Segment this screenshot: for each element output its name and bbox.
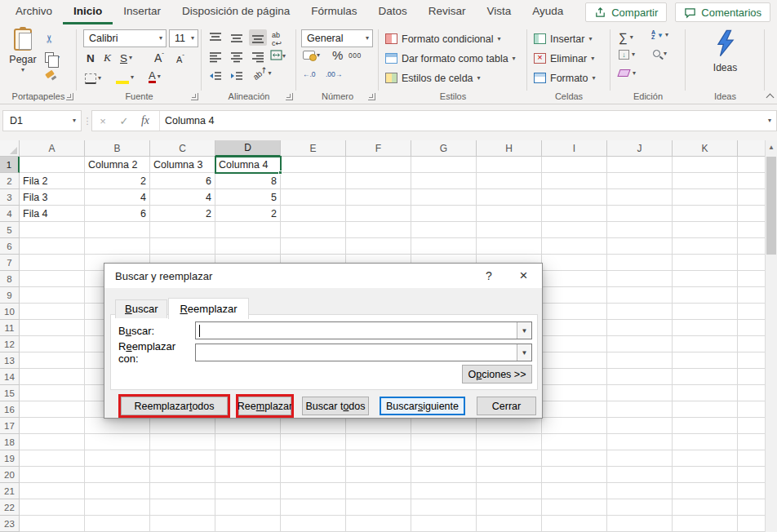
cell-F4[interactable] [346, 206, 411, 222]
cell-G2[interactable] [411, 173, 477, 189]
cell-H23[interactable] [477, 516, 542, 532]
font-color-button[interactable]: A▾ [149, 68, 161, 86]
cell-K21[interactable] [673, 483, 738, 499]
column-header-F[interactable]: F [346, 140, 411, 157]
cell-A2[interactable]: Fila 2 [20, 173, 85, 189]
cancel-entry-icon[interactable]: × [92, 115, 113, 127]
cell-C19[interactable] [150, 450, 215, 467]
cell-A6[interactable] [20, 238, 85, 255]
alignment-dialog-launcher[interactable] [286, 93, 293, 100]
grow-font-button[interactable]: Aˆ [154, 49, 164, 67]
bold-button[interactable]: N [87, 49, 95, 67]
sort-filter-button[interactable]: AZ ▼▾ [651, 30, 668, 40]
cell-G1[interactable] [411, 157, 477, 173]
cell-J7[interactable] [607, 255, 673, 271]
cell-J17[interactable] [607, 418, 673, 434]
cell-F20[interactable] [346, 467, 411, 483]
cut-button[interactable]: ✂ [45, 29, 73, 48]
cell-H18[interactable] [477, 434, 542, 450]
cell-G22[interactable] [411, 499, 477, 516]
cell-K11[interactable] [673, 320, 738, 336]
cell-A15[interactable] [20, 385, 85, 401]
cell-D1[interactable]: Columna 4 [215, 157, 281, 173]
cell-D18[interactable] [215, 434, 281, 450]
cell-J18[interactable] [607, 434, 673, 450]
cell-D20[interactable] [215, 467, 281, 483]
ideas-button[interactable]: Ideas [686, 29, 765, 73]
cell-A1[interactable] [20, 157, 85, 173]
cell-D19[interactable] [215, 450, 281, 467]
cell-J11[interactable] [607, 320, 673, 336]
cell-D21[interactable] [215, 483, 281, 499]
cell-G23[interactable] [411, 516, 477, 532]
cell-H19[interactable] [477, 450, 542, 467]
copy-button[interactable]: ▾ [45, 48, 73, 67]
row-header-10[interactable]: 10 [0, 304, 20, 320]
align-middle-button[interactable] [228, 29, 246, 46]
cell-J6[interactable] [607, 238, 673, 255]
cell-F2[interactable] [346, 173, 411, 189]
cell-K3[interactable] [673, 189, 738, 206]
cell-I20[interactable] [542, 467, 607, 483]
cell-B6[interactable] [85, 238, 150, 255]
cell-E17[interactable] [281, 418, 346, 434]
cell-H17[interactable] [477, 418, 542, 434]
cell-G4[interactable] [411, 206, 477, 222]
ribbon-tab-revisar[interactable]: Revisar [418, 0, 477, 24]
paste-button[interactable]: Pegar ▾ [5, 29, 41, 91]
row-header-7[interactable]: 7 [0, 255, 20, 271]
cell-H5[interactable] [477, 222, 542, 238]
cell-K17[interactable] [673, 418, 738, 434]
cell-K5[interactable] [673, 222, 738, 238]
row-header-20[interactable]: 20 [0, 467, 20, 483]
cell-E22[interactable] [281, 499, 346, 516]
vertical-scrollbar[interactable]: ▲ [765, 140, 777, 532]
cell-B4[interactable]: 6 [85, 206, 150, 222]
find-select-button[interactable]: ▾ [653, 50, 667, 57]
cell-K18[interactable] [673, 434, 738, 450]
cell-K23[interactable] [673, 516, 738, 532]
cell-B21[interactable] [85, 483, 150, 499]
row-header-23[interactable]: 23 [0, 516, 20, 532]
number-format-combo[interactable]: General▾ [301, 29, 373, 47]
cell-B22[interactable] [85, 499, 150, 516]
cell-I5[interactable] [542, 222, 607, 238]
italic-button[interactable]: K [104, 49, 111, 67]
cell-F6[interactable] [346, 238, 411, 255]
cell-C17[interactable] [150, 418, 215, 434]
cell-A14[interactable] [20, 369, 85, 385]
cell-K13[interactable] [673, 352, 738, 369]
cell-F1[interactable] [346, 157, 411, 173]
ribbon-tab-formulas[interactable]: Fórmulas [300, 0, 367, 24]
cell-I23[interactable] [542, 516, 607, 532]
replace-dropdown-button[interactable]: ▼ [517, 344, 531, 361]
cell-J8[interactable] [607, 271, 673, 287]
dialog-find-tab[interactable]: Buscar [115, 299, 167, 318]
cell-I17[interactable] [542, 418, 607, 434]
cell-C3[interactable]: 4 [150, 189, 215, 206]
align-left-button[interactable] [206, 49, 224, 65]
row-header-19[interactable]: 19 [0, 450, 20, 467]
borders-button[interactable]: ▾ [85, 69, 101, 87]
cell-G20[interactable] [411, 467, 477, 483]
row-header-1[interactable]: 1 [0, 157, 20, 173]
cell-A9[interactable] [20, 287, 85, 304]
cell-K7[interactable] [673, 255, 738, 271]
row-header-5[interactable]: 5 [0, 222, 20, 238]
cell-I19[interactable] [542, 450, 607, 467]
cell-C2[interactable]: 6 [150, 173, 215, 189]
comma-style-button[interactable]: 000 [349, 51, 362, 60]
cell-B5[interactable] [85, 222, 150, 238]
cell-I11[interactable] [542, 320, 607, 336]
cell-B17[interactable] [85, 418, 150, 434]
cell-I15[interactable] [542, 385, 607, 401]
row-header-22[interactable]: 22 [0, 499, 20, 516]
cell-J20[interactable] [607, 467, 673, 483]
row-header-18[interactable]: 18 [0, 434, 20, 450]
cell-G21[interactable] [411, 483, 477, 499]
cell-A5[interactable] [20, 222, 85, 238]
cell-K12[interactable] [673, 336, 738, 352]
find-input[interactable]: ▼ [195, 321, 532, 339]
cell-E19[interactable] [281, 450, 346, 467]
ribbon-tab-insertar[interactable]: Insertar [113, 0, 171, 24]
